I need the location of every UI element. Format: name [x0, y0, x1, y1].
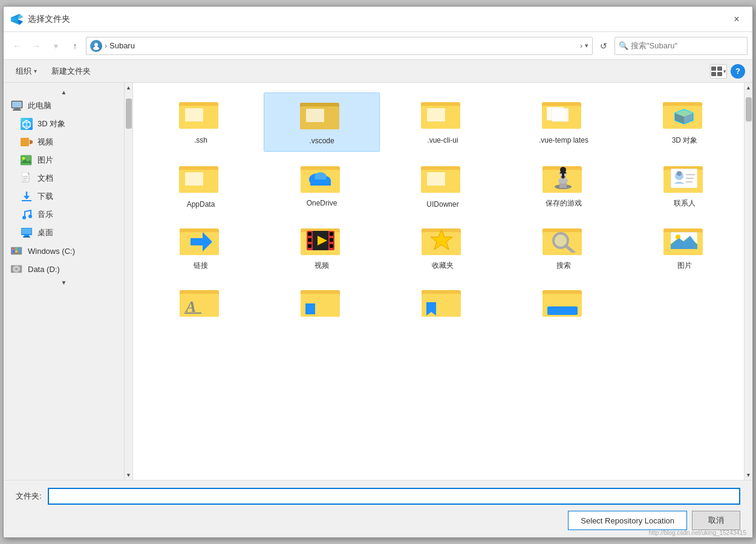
up-button[interactable]: ↑	[67, 37, 83, 54]
file-item-contacts[interactable]: 联系人	[627, 157, 743, 215]
desktop-icon	[21, 227, 33, 239]
folder-icon-ssh	[179, 97, 223, 132]
file-item-3d-objects[interactable]: 3D 对象	[627, 92, 743, 152]
organize-button[interactable]: 组织 ▾	[11, 64, 42, 79]
view-grid-icon	[711, 66, 723, 76]
file-item-onedrive[interactable]: OneDrive	[264, 157, 380, 215]
file-item-vscode[interactable]: .vscode	[264, 92, 380, 152]
svg-rect-86	[427, 172, 445, 186]
svg-rect-19	[21, 138, 29, 146]
file-item-appdata[interactable]: AppData	[143, 157, 259, 215]
address-bar[interactable]: › Subaru › ▾	[86, 37, 593, 55]
folder-icon-vue-templates	[542, 97, 585, 132]
search-input[interactable]	[631, 41, 743, 50]
sidebar-item-videos[interactable]: 视频	[4, 133, 124, 151]
view-options-button[interactable]: ▾	[710, 64, 727, 79]
file-name-saved-games: 保存的游戏	[546, 199, 582, 209]
file-item-links[interactable]: 链接	[143, 219, 259, 276]
sidebar-label-videos: 视频	[37, 137, 53, 147]
file-name-searches: 搜索	[556, 261, 571, 271]
sidebar-label-this-pc: 此电脑	[28, 100, 51, 111]
svg-rect-37	[23, 236, 30, 238]
svg-marker-20	[30, 140, 33, 144]
organize-label: 组织	[16, 66, 31, 77]
sidebar-scroll-up[interactable]: ▲	[61, 89, 67, 96]
cancel-button[interactable]: 取消	[692, 511, 740, 530]
file-item-searches[interactable]: 搜索	[506, 219, 622, 276]
sidebar-label-data-d: Data (D:)	[28, 265, 60, 274]
file-item-vue-cli-ui[interactable]: .vue-cli-ui	[385, 92, 501, 152]
refresh-button[interactable]: ↺	[595, 37, 612, 54]
file-item-pictures-f[interactable]: 图片	[627, 219, 743, 276]
folder-icon-saved-games	[543, 161, 585, 195]
svg-rect-9	[717, 72, 722, 76]
sidebar-label-3d: 3D 对象	[37, 118, 65, 129]
sidebar-scroll-down-btn[interactable]: ▼	[124, 470, 133, 480]
address-avatar	[90, 40, 102, 52]
svg-point-5	[93, 47, 99, 50]
file-item-saved-games[interactable]: 保存的游戏	[506, 157, 622, 215]
file-item-partial1[interactable]: A	[143, 280, 259, 328]
select-repository-button[interactable]: Select Repository Location	[568, 511, 687, 530]
sidebar-label-downloads: 下载	[37, 191, 53, 202]
folder-icon-partial2	[301, 285, 343, 319]
help-button[interactable]: ?	[731, 64, 745, 79]
file-item-ssh[interactable]: .ssh	[143, 92, 259, 152]
button-row: Select Repository Location 取消	[16, 511, 740, 530]
folder-icon-appdata	[179, 161, 223, 196]
new-folder-label: 新建文件夹	[51, 66, 91, 77]
address-separator2: ›	[580, 42, 582, 50]
file-scroll-down[interactable]: ▼	[745, 470, 752, 480]
svg-point-97	[560, 167, 566, 173]
close-button[interactable]: ×	[728, 11, 745, 28]
sidebar-scrollbar[interactable]: ▲ ▼	[125, 83, 133, 480]
sidebar-label-pictures: 图片	[37, 155, 53, 166]
sidebar-item-3d[interactable]: 3D 对象	[4, 115, 124, 133]
search-box[interactable]: 🔍	[614, 37, 748, 55]
svg-marker-30	[24, 196, 30, 199]
sidebar-scroll-down[interactable]: ▼	[61, 279, 67, 286]
svg-rect-122	[330, 244, 333, 248]
sidebar-item-documents[interactable]: 文档	[4, 169, 124, 187]
sidebar-item-pictures[interactable]: 图片	[4, 151, 124, 169]
folder-icon-partial3	[422, 285, 464, 319]
file-item-partial3[interactable]	[385, 280, 501, 328]
svg-line-134	[566, 246, 574, 253]
sidebar-item-music[interactable]: 音乐	[4, 206, 124, 224]
file-item-vue-templates[interactable]: .vue-temp lates	[506, 92, 622, 152]
sidebar-item-data-d[interactable]: Data (D:)	[4, 260, 124, 278]
svg-rect-55	[306, 109, 324, 122]
back-button[interactable]: ←	[8, 37, 25, 54]
svg-rect-7	[717, 66, 722, 71]
svg-rect-40	[13, 248, 15, 250]
folder-icon-partial1: A	[180, 285, 222, 319]
file-item-favorites[interactable]: 收藏夹	[385, 219, 501, 276]
file-item-uidowner[interactable]: UIDowner	[385, 157, 501, 215]
file-item-videos[interactable]: 视频	[264, 219, 380, 276]
dialog-title: 选择文件夹	[28, 14, 70, 25]
svg-rect-51	[185, 108, 203, 121]
new-folder-button[interactable]: 新建文件夹	[47, 64, 96, 79]
svg-rect-120	[330, 232, 333, 236]
folder-icon-pictures-f	[663, 224, 706, 257]
folder-icon-3d	[663, 97, 706, 132]
folder-input[interactable]	[48, 488, 740, 505]
sidebar-scroll-up-btn[interactable]: ▲	[124, 83, 133, 92]
sidebar-item-downloads[interactable]: 下载	[4, 187, 124, 206]
svg-rect-75	[185, 172, 203, 186]
sidebar-item-windows-c[interactable]: Windows (C:)	[4, 242, 124, 260]
svg-point-105	[677, 171, 682, 176]
folder-icon-vscode	[300, 98, 344, 133]
forward-button[interactable]: →	[28, 37, 45, 54]
file-name-appdata: AppData	[187, 200, 215, 210]
file-scroll-up[interactable]: ▲	[745, 83, 752, 92]
file-item-partial4[interactable]	[506, 280, 622, 328]
svg-rect-59	[427, 108, 445, 121]
sidebar-item-desktop[interactable]: 桌面	[4, 224, 124, 242]
file-area-scrollbar[interactable]: ▲ ▼	[744, 83, 752, 480]
dropdown-button[interactable]: ▾	[47, 37, 64, 54]
file-item-partial2[interactable]	[264, 280, 380, 328]
sidebar-item-this-pc[interactable]: 此电脑	[4, 97, 124, 115]
help-icon: ?	[735, 66, 740, 76]
sidebar-scroll-track	[125, 92, 132, 470]
